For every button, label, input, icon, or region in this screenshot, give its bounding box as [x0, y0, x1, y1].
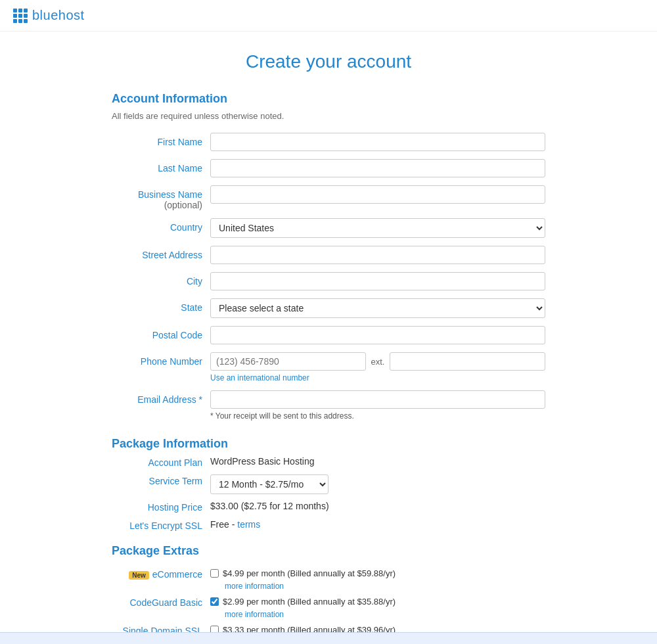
extra-ecommerce-desc: $4.99 per month (Billed annually at $59.…	[223, 568, 396, 580]
country-label: Country	[112, 218, 210, 233]
hosting-price-row: Hosting Price $33.00 ($2.75 for 12 month…	[112, 501, 545, 513]
state-select[interactable]: Please select a state Alabama Alaska Ari…	[210, 298, 545, 318]
header: bluehost	[0, 0, 657, 32]
first-name-input[interactable]	[210, 133, 545, 151]
city-input[interactable]	[210, 272, 545, 290]
extra-codeguard-checkbox-label[interactable]: $2.99 per month (Billed annually at $35.…	[210, 596, 545, 608]
street-address-field-wrap	[210, 246, 545, 264]
extra-ecommerce-value: $4.99 per month (Billed annually at $59.…	[210, 568, 545, 591]
state-row: State Please select a state Alabama Alas…	[112, 298, 545, 318]
postal-code-input[interactable]	[210, 326, 545, 344]
account-plan-label: Account Plan	[112, 456, 210, 468]
page-title: Create your account	[112, 51, 545, 72]
extra-ecommerce-more-info[interactable]: more information	[225, 582, 545, 591]
first-name-field-wrap	[210, 133, 545, 151]
business-name-input[interactable]	[210, 185, 545, 204]
extra-codeguard-checkbox[interactable]	[210, 597, 219, 606]
email-field-wrap: * Your receipt will be sent to this addr…	[210, 390, 545, 421]
extra-codeguard-label: CodeGuard Basic	[112, 596, 210, 619]
extra-codeguard-row: CodeGuard Basic $2.99 per month (Billed …	[112, 596, 545, 619]
account-plan-row: Account Plan WordPress Basic Hosting	[112, 456, 545, 468]
business-name-field-wrap	[210, 185, 545, 204]
ssl-terms-link[interactable]: terms	[237, 519, 260, 530]
business-name-label: Business Name (optional)	[112, 185, 210, 210]
hosting-price-label: Hosting Price	[112, 501, 210, 513]
main-container: Create your account Account Information …	[99, 32, 558, 644]
service-term-label: Service Term	[112, 474, 210, 494]
extra-ecommerce-checkbox[interactable]	[210, 569, 219, 578]
state-label: State	[112, 298, 210, 313]
city-label: City	[112, 272, 210, 287]
intl-number-link[interactable]: Use an international number	[210, 373, 545, 382]
postal-code-row: Postal Code	[112, 326, 545, 344]
service-term-select[interactable]: 12 Month - $2.75/mo 24 Month - $2.65/mo …	[210, 474, 328, 494]
postal-code-label: Postal Code	[112, 326, 210, 340]
first-name-label: First Name	[112, 133, 210, 147]
extras-section-title: Package Extras	[112, 544, 545, 558]
ssl-value: Free - terms	[210, 519, 545, 531]
last-name-field-wrap	[210, 159, 545, 177]
account-plan-value: WordPress Basic Hosting	[210, 456, 545, 468]
bottom-bar	[0, 632, 657, 644]
new-badge: New	[129, 571, 149, 580]
phone-ext-input[interactable]	[390, 352, 545, 371]
logo-text: bluehost	[32, 8, 85, 23]
logo-grid-icon	[13, 9, 28, 23]
package-section-title: Package Information	[112, 437, 545, 451]
last-name-row: Last Name	[112, 159, 545, 177]
extra-ecommerce-row: NeweCommerce $4.99 per month (Billed ann…	[112, 568, 545, 591]
postal-code-field-wrap	[210, 326, 545, 344]
street-address-row: Street Address	[112, 246, 545, 264]
extra-codeguard-desc: $2.99 per month (Billed annually at $35.…	[223, 596, 396, 608]
street-address-input[interactable]	[210, 246, 545, 264]
ssl-label: Let's Encrypt SSL	[112, 519, 210, 531]
ssl-row: Let's Encrypt SSL Free - terms	[112, 519, 545, 531]
hosting-price-value: $33.00 ($2.75 for 12 months)	[210, 501, 545, 513]
extra-ecommerce-label: NeweCommerce	[112, 568, 210, 591]
street-address-label: Street Address	[112, 246, 210, 260]
country-select[interactable]: United States Canada United Kingdom Aust…	[210, 218, 545, 238]
email-note: * Your receipt will be sent to this addr…	[210, 411, 545, 421]
extra-ecommerce-checkbox-label[interactable]: $4.99 per month (Billed annually at $59.…	[210, 568, 545, 580]
package-section: Package Information Account Plan WordPre…	[112, 437, 545, 531]
first-name-row: First Name	[112, 133, 545, 151]
last-name-label: Last Name	[112, 159, 210, 173]
city-row: City	[112, 272, 545, 290]
service-term-value: 12 Month - $2.75/mo 24 Month - $2.65/mo …	[210, 474, 545, 494]
extra-codeguard-value: $2.99 per month (Billed annually at $35.…	[210, 596, 545, 619]
email-label: Email Address *	[112, 390, 210, 405]
state-field-wrap: Please select a state Alabama Alaska Ari…	[210, 298, 545, 318]
phone-input[interactable]	[210, 352, 366, 371]
ext-label: ext.	[371, 357, 385, 367]
phone-number-row: Phone Number ext. Use an international n…	[112, 352, 545, 382]
phone-number-label: Phone Number	[112, 352, 210, 367]
extra-codeguard-more-info[interactable]: more information	[225, 610, 545, 619]
business-name-row: Business Name (optional)	[112, 185, 545, 210]
extras-section: Package Extras NeweCommerce $4.99 per mo…	[112, 544, 545, 644]
country-field-wrap: United States Canada United Kingdom Aust…	[210, 218, 545, 238]
country-row: Country United States Canada United King…	[112, 218, 545, 238]
account-section-subtitle: All fields are required unless otherwise…	[112, 111, 545, 121]
last-name-input[interactable]	[210, 159, 545, 177]
account-section: Account Information All fields are requi…	[112, 92, 545, 421]
city-field-wrap	[210, 272, 545, 290]
phone-input-row: ext.	[210, 352, 545, 371]
email-input[interactable]	[210, 390, 545, 409]
account-section-title: Account Information	[112, 92, 545, 106]
phone-number-field-wrap: ext. Use an international number	[210, 352, 545, 382]
service-term-row: Service Term 12 Month - $2.75/mo 24 Mont…	[112, 474, 545, 494]
email-row: Email Address * * Your receipt will be s…	[112, 390, 545, 421]
